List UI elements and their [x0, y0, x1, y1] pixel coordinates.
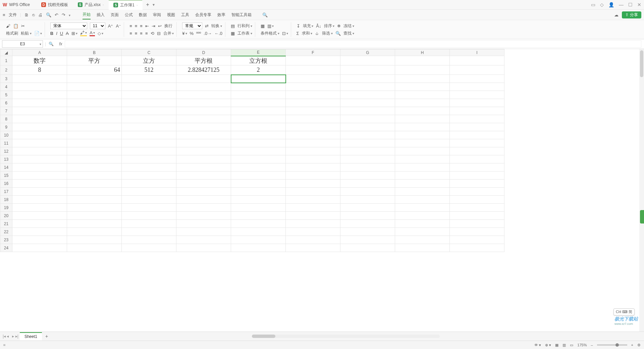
cell-B8[interactable] [67, 115, 122, 123]
cell-I1[interactable] [450, 56, 504, 65]
cell-A19[interactable] [12, 204, 67, 212]
cell-B24[interactable] [67, 244, 122, 252]
cell-G14[interactable] [340, 163, 395, 171]
row-header-19[interactable]: 19 [0, 204, 12, 212]
cell-G7[interactable] [340, 107, 395, 115]
cell-G20[interactable] [340, 212, 395, 220]
cell-E23[interactable] [231, 236, 286, 244]
cell-A3[interactable] [12, 75, 67, 83]
cell-A15[interactable] [12, 171, 67, 180]
cell-G19[interactable] [340, 204, 395, 212]
cell-C4[interactable] [122, 83, 176, 91]
cell-A22[interactable] [12, 228, 67, 236]
italic-icon[interactable]: I [56, 31, 57, 36]
cell-B9[interactable] [67, 123, 122, 131]
file-tab-templates[interactable]: D 找稻壳模板 [37, 0, 73, 9]
cell-D7[interactable] [176, 107, 231, 115]
cell-A18[interactable] [12, 196, 67, 204]
cell-E7[interactable] [231, 107, 286, 115]
cell-A12[interactable] [12, 147, 67, 155]
add-sheet-button[interactable]: + [43, 334, 50, 339]
cell-C6[interactable] [122, 99, 176, 107]
cell-H24[interactable] [395, 244, 450, 252]
row-header-20[interactable]: 20 [0, 212, 12, 220]
row-header-3[interactable]: 3 [0, 75, 12, 83]
cell-A5[interactable] [12, 91, 67, 99]
col-header-E[interactable]: E [231, 49, 286, 56]
row-header-14[interactable]: 14 [0, 163, 12, 171]
cell-H19[interactable] [395, 204, 450, 212]
justify-icon[interactable]: ≡ [145, 31, 148, 36]
cell-I9[interactable] [450, 123, 504, 131]
cell-I10[interactable] [450, 131, 504, 139]
dec-inc-icon[interactable]: .0→ [204, 31, 212, 36]
row-header-10[interactable]: 10 [0, 131, 12, 139]
cell-G13[interactable] [340, 155, 395, 163]
cell-B18[interactable] [67, 196, 122, 204]
format-painter-label[interactable]: 格式刷 [6, 31, 18, 36]
cell-D6[interactable] [176, 99, 231, 107]
col-header-B[interactable]: B [67, 49, 122, 56]
eye-icon[interactable]: 👁 ▾ [534, 343, 541, 347]
cell-E11[interactable] [231, 139, 286, 147]
indent-inc-icon[interactable]: ⇥ [152, 23, 155, 29]
sort-icon[interactable]: Å↓ [316, 23, 321, 29]
cell-E22[interactable] [231, 228, 286, 236]
file-menu[interactable]: 文件 [9, 12, 17, 18]
settings-icon[interactable]: ⚙ [637, 343, 641, 347]
cell-F15[interactable] [286, 171, 340, 180]
row-header-1[interactable]: 1 [0, 56, 12, 65]
cell-D5[interactable] [176, 91, 231, 99]
status-icon[interactable]: ⌗ [3, 343, 5, 347]
cell-B10[interactable] [67, 131, 122, 139]
cell-F24[interactable] [286, 244, 340, 252]
cell-C1[interactable]: 立方 [122, 56, 176, 65]
cell-E14[interactable] [231, 163, 286, 171]
side-panel-handle[interactable] [640, 210, 644, 223]
wrap-label[interactable]: 换行 [164, 23, 172, 29]
cell-H2[interactable] [395, 65, 450, 75]
percent-icon[interactable]: % [190, 31, 194, 36]
cell-B23[interactable] [67, 236, 122, 244]
cell-E16[interactable] [231, 180, 286, 188]
cell-F9[interactable] [286, 123, 340, 131]
cell-B4[interactable] [67, 83, 122, 91]
cell-B14[interactable] [67, 163, 122, 171]
worksheet-icon[interactable]: ▦ [231, 31, 235, 36]
cell-A9[interactable] [12, 123, 67, 131]
cell-B6[interactable] [67, 99, 122, 107]
col-header-H[interactable]: H [395, 49, 450, 56]
align-left-icon[interactable]: ≡ [129, 31, 132, 36]
cell-F8[interactable] [286, 115, 340, 123]
zoom-thumb[interactable] [615, 343, 619, 347]
freeze-label[interactable]: 冻结 [343, 23, 354, 29]
cell-C23[interactable] [122, 236, 176, 244]
view-normal-icon[interactable]: ▦ [555, 343, 558, 347]
cell-A1[interactable]: 数字 [12, 56, 67, 65]
clipboard-more-icon[interactable]: 📄 [34, 31, 42, 36]
row-header-7[interactable]: 7 [0, 107, 12, 115]
cell-A16[interactable] [12, 180, 67, 188]
cell-G17[interactable] [340, 188, 395, 196]
maximize-icon[interactable]: ☐ [628, 2, 633, 7]
cell-A8[interactable] [12, 115, 67, 123]
cell-H5[interactable] [395, 91, 450, 99]
thousand-icon[interactable]: ººº [196, 31, 201, 36]
cell-G22[interactable] [340, 228, 395, 236]
row-header-4[interactable]: 4 [0, 83, 12, 91]
row-header-8[interactable]: 8 [0, 115, 12, 123]
file-tab-workbook1[interactable]: S 工作簿1 · [109, 0, 143, 10]
cell-style-icon[interactable]: ▥ [267, 23, 274, 29]
tab-efficiency[interactable]: 效率 [217, 11, 225, 19]
cell-H6[interactable] [395, 99, 450, 107]
cell-B16[interactable] [67, 180, 122, 188]
cell-D10[interactable] [176, 131, 231, 139]
zoom-in-icon[interactable]: + [631, 343, 633, 347]
cell-F1[interactable] [286, 56, 340, 65]
grid[interactable]: ◢ABCDEFGHI1数字平方立方平方根立方根28645122.82842712… [0, 49, 644, 332]
cut-icon[interactable]: ✂ [21, 23, 25, 29]
cell-B20[interactable] [67, 212, 122, 220]
col-header-I[interactable]: I [450, 49, 504, 56]
cell-E13[interactable] [231, 155, 286, 163]
rowcol-icon[interactable]: ▤ [231, 23, 235, 29]
